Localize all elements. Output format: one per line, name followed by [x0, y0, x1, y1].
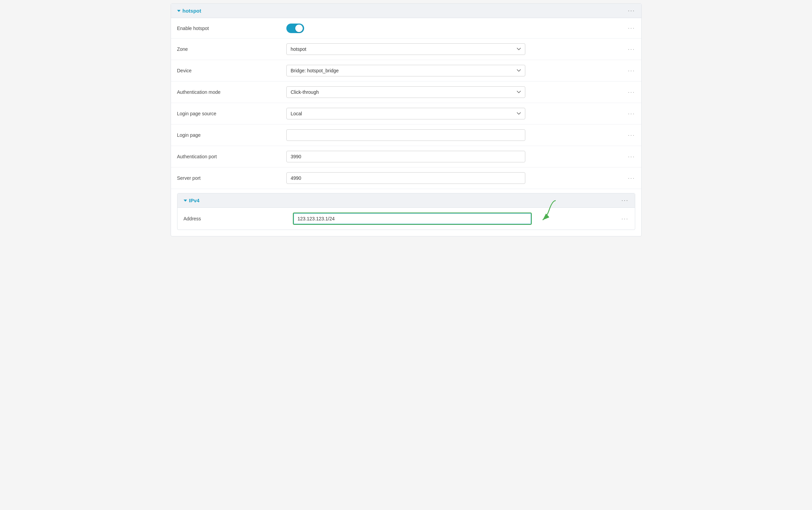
- green-arrow-annotation: [528, 199, 559, 223]
- address-row: Address: [177, 208, 635, 230]
- device-control: Bridge: hotspot_bridge: [286, 65, 525, 76]
- auth-port-label: Authentication port: [177, 154, 286, 159]
- login-page-row: Login page ···: [171, 125, 641, 146]
- zone-label: Zone: [177, 46, 286, 52]
- hotspot-section-menu[interactable]: ···: [628, 7, 635, 14]
- row-menu-auth-mode[interactable]: ···: [621, 89, 635, 96]
- enable-hotspot-label: Enable hotspot: [177, 26, 286, 31]
- login-page-source-label: Login page source: [177, 111, 286, 116]
- auth-mode-row: Authentication mode Click-through ···: [171, 82, 641, 103]
- ipv4-section-header: IPv4 ···: [177, 193, 635, 208]
- zone-control: hotspot: [286, 43, 525, 55]
- device-select[interactable]: Bridge: hotspot_bridge: [286, 65, 525, 76]
- row-menu-login-page[interactable]: ···: [621, 132, 635, 139]
- login-page-control: [286, 129, 525, 141]
- address-label: Address: [184, 216, 293, 221]
- enable-hotspot-control: [286, 24, 525, 33]
- chevron-down-icon: [177, 10, 181, 12]
- ipv4-title-text: IPv4: [189, 198, 200, 203]
- address-input[interactable]: [293, 213, 532, 225]
- hotspot-section-header: hotspot ···: [171, 4, 641, 18]
- ipv4-section-title: IPv4: [184, 198, 200, 203]
- hotspot-section-card: hotspot ··· Enable hotspot ··· Zone: [171, 3, 642, 236]
- row-menu-device[interactable]: ···: [621, 67, 635, 74]
- enable-hotspot-toggle[interactable]: [286, 24, 304, 33]
- device-row: Device Bridge: hotspot_bridge ···: [171, 60, 641, 82]
- toggle-slider: [286, 24, 304, 33]
- row-menu-address[interactable]: ···: [614, 215, 628, 222]
- row-menu-auth-port[interactable]: ···: [621, 153, 635, 160]
- ipv4-section-card: IPv4 ··· Address: [177, 193, 635, 230]
- auth-port-row: Authentication port ···: [171, 146, 641, 167]
- server-port-input[interactable]: [286, 172, 525, 184]
- server-port-label: Server port: [177, 175, 286, 181]
- auth-port-control: [286, 151, 525, 162]
- server-port-control: [286, 172, 525, 184]
- login-page-source-control: Local: [286, 108, 525, 119]
- row-menu-login-page-source[interactable]: ···: [621, 110, 635, 117]
- zone-select[interactable]: hotspot: [286, 43, 525, 55]
- ipv4-chevron-down-icon: [184, 200, 187, 202]
- login-page-source-select[interactable]: Local: [286, 108, 525, 119]
- auth-port-input[interactable]: [286, 151, 525, 162]
- auth-mode-label: Authentication mode: [177, 89, 286, 95]
- login-page-source-row: Login page source Local ···: [171, 103, 641, 125]
- enable-hotspot-row: Enable hotspot ···: [171, 18, 641, 39]
- auth-mode-select[interactable]: Click-through: [286, 86, 525, 98]
- hotspot-title-text: hotspot: [183, 8, 201, 14]
- ipv4-section-menu[interactable]: ···: [621, 197, 628, 204]
- row-menu-enable-hotspot[interactable]: ···: [621, 25, 635, 32]
- row-menu-server-port[interactable]: ···: [621, 175, 635, 182]
- ipv4-wrapper: IPv4 ··· Address: [171, 189, 641, 236]
- login-page-input[interactable]: [286, 129, 525, 141]
- device-label: Device: [177, 68, 286, 73]
- zone-row: Zone hotspot ···: [171, 39, 641, 60]
- page-wrapper: hotspot ··· Enable hotspot ··· Zone: [167, 0, 645, 240]
- auth-mode-control: Click-through: [286, 86, 525, 98]
- hotspot-section-title: hotspot: [177, 8, 201, 14]
- login-page-label: Login page: [177, 132, 286, 138]
- address-control: [293, 213, 532, 225]
- row-menu-zone[interactable]: ···: [621, 46, 635, 53]
- server-port-row: Server port ···: [171, 167, 641, 189]
